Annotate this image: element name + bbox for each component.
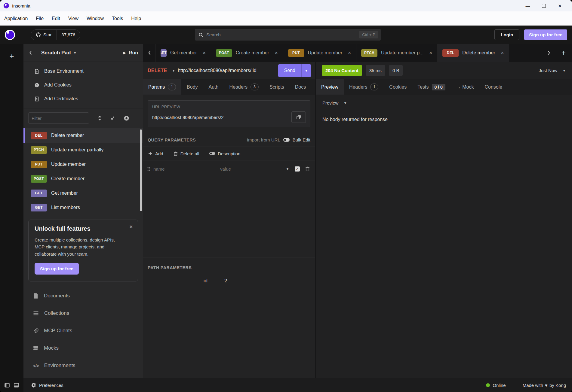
close-icon[interactable]: ✕ bbox=[558, 4, 562, 8]
param-value-input[interactable] bbox=[220, 166, 280, 172]
certificate-icon bbox=[34, 96, 39, 102]
menu-edit[interactable]: Edit bbox=[52, 16, 60, 21]
sidebar-item-base-environment[interactable]: Base Environment bbox=[23, 64, 143, 78]
tabbar-spacer bbox=[509, 44, 543, 62]
menu-file[interactable]: File bbox=[36, 16, 44, 21]
close-tab-icon[interactable]: ✕ bbox=[202, 50, 206, 55]
header-actions: Login Sign up for free bbox=[494, 29, 572, 40]
sidebar-item-documents[interactable]: Documents bbox=[23, 287, 143, 305]
tab-body[interactable]: Body bbox=[181, 79, 203, 95]
add-request-icon[interactable] bbox=[124, 115, 129, 121]
param-enabled-checkbox[interactable]: ✓ bbox=[295, 166, 300, 172]
tab-tests[interactable]: Tests 0 / 0 bbox=[412, 79, 451, 95]
tab-params[interactable]: Params 1 bbox=[143, 79, 181, 95]
scrollbar-thumb[interactable] bbox=[140, 129, 142, 211]
param-options-icon[interactable]: ▼ bbox=[286, 167, 289, 171]
new-workspace-plus-icon[interactable]: + bbox=[9, 52, 14, 60]
menu-view[interactable]: View bbox=[68, 16, 78, 21]
menu-tools[interactable]: Tools bbox=[112, 16, 123, 21]
tab-scripts[interactable]: Scripts bbox=[264, 79, 290, 95]
param-name-input[interactable] bbox=[153, 166, 217, 172]
sidebar-item-collections[interactable]: Collections bbox=[23, 305, 143, 322]
request-item-update-member-partially[interactable]: PTCH Update member partially bbox=[23, 143, 143, 157]
search-bar[interactable]: Ctrl + P bbox=[195, 29, 381, 41]
tab-update-member[interactable]: PUT Update member ✕ bbox=[283, 44, 356, 62]
send-options-icon[interactable]: ▼ bbox=[301, 64, 311, 77]
tab-docs[interactable]: Docs bbox=[290, 79, 311, 95]
response-history-dropdown[interactable]: Just Now ▼ bbox=[539, 68, 566, 73]
maximize-icon[interactable] bbox=[542, 4, 546, 8]
close-tab-icon[interactable]: ✕ bbox=[348, 50, 351, 55]
signup-button[interactable]: Sign up for free bbox=[524, 29, 567, 40]
delete-all-params-button[interactable]: Delete all bbox=[174, 151, 199, 156]
tab-create-member[interactable]: POST Create member ✕ bbox=[211, 44, 283, 62]
close-tab-icon[interactable]: ✕ bbox=[275, 50, 278, 55]
sort-icon[interactable] bbox=[98, 116, 102, 120]
run-button[interactable]: ▶ Run bbox=[123, 50, 138, 56]
minimize-icon[interactable]: — bbox=[525, 4, 530, 8]
tab-delete-member[interactable]: DEL Delete member ✕ bbox=[438, 44, 509, 62]
copy-url-button[interactable] bbox=[291, 111, 306, 123]
bulk-edit-button[interactable]: Bulk Edit bbox=[293, 137, 310, 142]
close-upsell-icon[interactable]: ✕ bbox=[129, 224, 133, 229]
sidebar-item-environments[interactable]: </> Environments bbox=[23, 357, 143, 374]
request-method[interactable]: DELETE bbox=[148, 68, 167, 73]
menu-help[interactable]: Help bbox=[131, 16, 141, 21]
menu-window[interactable]: Window bbox=[87, 16, 104, 21]
tab-get-member[interactable]: GET Get member ✕ bbox=[155, 44, 211, 62]
tab-mock[interactable]: → Mock bbox=[451, 79, 479, 95]
request-label: List members bbox=[51, 205, 80, 210]
toggle-sidebar-icon[interactable] bbox=[5, 383, 10, 387]
sidebar-item-add-certificates[interactable]: Add Certificates bbox=[23, 92, 143, 106]
github-star-button[interactable]: Star 37,876 bbox=[31, 29, 80, 40]
request-item-create-member[interactable]: POST Create member bbox=[23, 172, 143, 186]
tab-console[interactable]: Console bbox=[479, 79, 508, 95]
tab-headers[interactable]: Headers 3 bbox=[224, 79, 264, 95]
back-chevron-icon[interactable] bbox=[28, 50, 32, 55]
expand-icon[interactable] bbox=[110, 116, 115, 120]
upsell-signup-button[interactable]: Sign up for free bbox=[35, 263, 79, 275]
request-item-delete-member[interactable]: DEL Delete member bbox=[23, 128, 143, 143]
method-dropdown-icon[interactable]: ▼ bbox=[172, 68, 175, 73]
request-item-update-member[interactable]: PUT Update member bbox=[23, 157, 143, 172]
filter-input[interactable] bbox=[28, 112, 89, 124]
send-label[interactable]: Send bbox=[278, 64, 301, 77]
path-param-value-input[interactable]: 2 bbox=[220, 278, 310, 287]
sidebar-item-mocks[interactable]: Mocks bbox=[23, 339, 143, 357]
import-from-url-button[interactable]: Import from URL bbox=[247, 137, 280, 142]
menu-application[interactable]: Application bbox=[4, 16, 28, 21]
tabs-scroll-left-icon[interactable] bbox=[143, 44, 155, 62]
send-button[interactable]: Send ▼ bbox=[278, 64, 311, 77]
close-tab-icon[interactable]: ✕ bbox=[501, 50, 504, 55]
request-item-get-member[interactable]: GET Get member bbox=[23, 186, 143, 200]
description-toggle-icon bbox=[209, 152, 215, 155]
tab-cookies[interactable]: Cookies bbox=[384, 79, 412, 95]
request-item-list-members[interactable]: GET List members bbox=[23, 200, 143, 215]
tab-auth[interactable]: Auth bbox=[203, 79, 224, 95]
add-param-button[interactable]: Add bbox=[148, 151, 163, 156]
toggle-panel-icon[interactable] bbox=[14, 383, 19, 387]
chevron-down-icon[interactable]: ▼ bbox=[73, 51, 77, 55]
new-tab-icon[interactable]: + bbox=[555, 44, 572, 62]
close-tab-icon[interactable]: ✕ bbox=[429, 50, 432, 55]
sidebar-item-mcp-clients[interactable]: MCP Clients bbox=[23, 322, 143, 339]
tabs-scroll-right-icon[interactable] bbox=[543, 44, 555, 62]
tab-preview[interactable]: Preview bbox=[316, 79, 344, 95]
drag-handle-icon[interactable] bbox=[147, 166, 150, 172]
toggle-description-button[interactable]: Description bbox=[209, 151, 240, 156]
request-url[interactable]: http://localhost:8080/api/members/:id bbox=[178, 68, 275, 73]
preferences-button[interactable]: Preferences bbox=[31, 383, 63, 388]
preview-mode-dropdown[interactable]: Preview ▼ bbox=[322, 100, 565, 105]
tab-response-headers[interactable]: Headers 1 bbox=[344, 79, 384, 95]
bulk-edit-toggle-icon[interactable] bbox=[283, 138, 290, 142]
query-param-row: ▼ ✓ bbox=[143, 160, 315, 177]
sidebar-item-add-cookies[interactable]: Add Cookies bbox=[23, 78, 143, 92]
online-status[interactable]: Online bbox=[486, 383, 506, 388]
titlebar: Insomnia — ✕ bbox=[0, 0, 572, 11]
search-input[interactable] bbox=[206, 32, 356, 37]
delete-param-icon[interactable] bbox=[305, 166, 310, 171]
workspace-name[interactable]: Scratch Pad bbox=[41, 50, 71, 56]
login-button[interactable]: Login bbox=[494, 29, 519, 40]
tab-update-member-partially[interactable]: PTCH Update member p... ✕ bbox=[356, 44, 438, 62]
query-parameters-header: QUERY PARAMETERS Import from URL Bulk Ed… bbox=[148, 137, 310, 142]
